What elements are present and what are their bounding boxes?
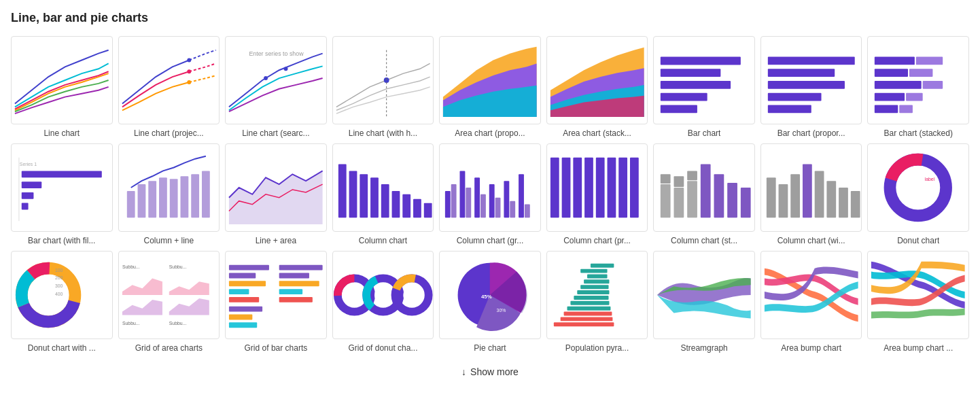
svg-rect-124	[279, 273, 309, 279]
chart-item-bar-chart[interactable]: Bar chart	[653, 36, 755, 138]
svg-rect-91	[790, 174, 800, 218]
svg-rect-50	[338, 164, 347, 218]
svg-rect-22	[768, 81, 845, 89]
chart-label: Line + area	[256, 236, 296, 245]
svg-rect-36	[22, 171, 102, 177]
chart-label: Area chart (propo...	[455, 128, 525, 138]
svg-rect-26	[916, 57, 943, 65]
chart-label: Grid of bar charts	[245, 343, 308, 353]
svg-rect-63	[474, 177, 480, 218]
svg-rect-77	[618, 158, 627, 218]
chart-item-population[interactable]: Population pyra...	[546, 251, 648, 353]
chart-grid: Line chart Line chart (projec... Enter s…	[11, 36, 969, 353]
svg-text:300: 300	[55, 283, 63, 288]
chart-item-grid-donut[interactable]: Grid of donut cha...	[332, 251, 434, 353]
chart-item-column-st[interactable]: Column chart (st...	[653, 143, 755, 245]
show-more-icon: ↓	[461, 366, 466, 377]
chart-item-area-bump-2[interactable]: Area bump chart ...	[867, 251, 969, 353]
svg-rect-93	[815, 171, 824, 218]
svg-rect-23	[768, 93, 822, 101]
svg-text:label: label	[925, 177, 935, 181]
svg-rect-72	[561, 158, 570, 218]
svg-text:Subbu...: Subbu...	[169, 264, 186, 269]
svg-rect-127	[279, 297, 313, 302]
chart-item-grid-area[interactable]: Subbu... Subbu... Subbu... Subbu... Grid…	[118, 251, 220, 353]
chart-label: Donut chart	[897, 236, 939, 245]
chart-label: Bar chart (propor...	[777, 128, 845, 138]
chart-item-area-bump[interactable]: Area bump chart	[760, 251, 862, 353]
chart-item-donut[interactable]: label Donut chart	[867, 143, 969, 245]
svg-point-133	[345, 286, 363, 304]
chart-item-bar-filter[interactable]: Series 1 Bar chart (with fil...	[11, 143, 113, 245]
chart-item-line-search[interactable]: Enter series to show Line chart (searc..…	[225, 36, 327, 138]
chart-item-column-line[interactable]: Column + line	[118, 143, 220, 245]
chart-item-grid-bar[interactable]: Grid of bar charts	[225, 251, 327, 353]
chart-item-pie[interactable]: 45% 30% Pie chart	[439, 251, 541, 353]
svg-text:45%: 45%	[481, 294, 492, 300]
chart-item-line-proj[interactable]: Line chart (projec...	[118, 36, 220, 138]
svg-rect-95	[839, 188, 848, 218]
svg-point-139	[403, 286, 421, 304]
chart-label: Streamgraph	[680, 343, 727, 353]
svg-marker-113	[169, 281, 209, 295]
svg-rect-149	[574, 296, 608, 300]
svg-rect-84	[688, 171, 698, 180]
chart-label: Area bump chart	[781, 343, 841, 353]
svg-rect-60	[451, 184, 457, 218]
chart-item-area-stack[interactable]: Area chart (stack...	[546, 36, 648, 138]
chart-item-line-chart[interactable]: Line chart	[11, 36, 113, 138]
svg-rect-69	[519, 174, 524, 218]
svg-rect-45	[169, 179, 177, 218]
chart-item-bar-stacked[interactable]: Bar chart (stacked)	[867, 36, 969, 138]
svg-text:Enter series to show: Enter series to show	[249, 50, 304, 57]
svg-rect-24	[768, 105, 811, 113]
svg-rect-29	[875, 81, 922, 89]
svg-rect-90	[778, 184, 788, 218]
chart-item-line-hover[interactable]: Line chart (with h...	[332, 36, 434, 138]
chart-item-column-chart[interactable]: Column chart	[332, 143, 434, 245]
svg-rect-57	[413, 199, 421, 218]
svg-point-4	[264, 76, 268, 80]
svg-rect-85	[701, 164, 711, 218]
svg-text:Series 1: Series 1	[20, 162, 37, 167]
chart-item-line-area[interactable]: Line + area	[225, 143, 327, 245]
chart-item-column-wi[interactable]: Column chart (wi...	[760, 143, 862, 245]
chart-label: Column + line	[143, 236, 194, 245]
svg-rect-151	[567, 307, 610, 311]
chart-label: Bar chart	[688, 128, 721, 138]
svg-rect-73	[573, 158, 582, 218]
svg-rect-35	[18, 158, 20, 221]
chart-item-donut-with[interactable]: 100 200 300 400 Donut chart with ...	[11, 251, 113, 353]
svg-rect-74	[584, 158, 593, 218]
chart-label: Pie chart	[474, 343, 506, 353]
chart-item-column-gr[interactable]: Column chart (gr...	[439, 143, 541, 245]
svg-rect-129	[229, 315, 252, 320]
svg-rect-75	[596, 158, 605, 218]
svg-point-5	[284, 67, 288, 71]
svg-rect-44	[159, 177, 167, 218]
svg-rect-94	[826, 181, 836, 218]
svg-rect-65	[489, 184, 495, 218]
svg-rect-88	[741, 188, 751, 218]
svg-rect-48	[202, 171, 210, 218]
chart-label: Column chart (pr...	[563, 236, 631, 245]
chart-label: Bar chart (stacked)	[884, 128, 953, 138]
chart-item-bar-prop[interactable]: Bar chart (propor...	[760, 36, 862, 138]
chart-label: Line chart (projec...	[134, 128, 204, 138]
svg-rect-147	[580, 285, 608, 289]
svg-rect-118	[229, 265, 269, 271]
svg-text:200: 200	[55, 275, 63, 280]
svg-text:30%: 30%	[497, 308, 506, 313]
chart-item-area-prop[interactable]: Area chart (propo...	[439, 36, 541, 138]
svg-marker-112	[122, 278, 162, 295]
page-title: Line, bar and pie charts	[11, 11, 969, 25]
show-more-button[interactable]: ↓ Show more	[461, 366, 519, 377]
svg-rect-46	[180, 176, 188, 218]
chart-item-streamgraph[interactable]: Streamgraph	[653, 251, 755, 353]
chart-item-column-pr[interactable]: Column chart (pr...	[546, 143, 648, 245]
svg-marker-114	[122, 300, 162, 315]
svg-rect-68	[510, 201, 516, 218]
svg-rect-32	[907, 93, 924, 101]
svg-rect-61	[460, 171, 466, 218]
svg-rect-33	[875, 105, 898, 113]
